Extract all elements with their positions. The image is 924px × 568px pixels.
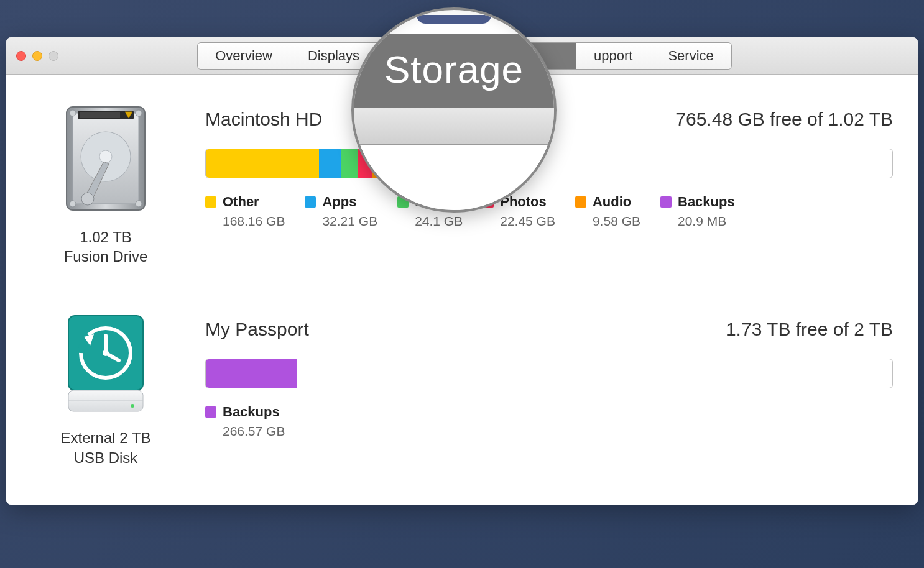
drive-free-text: 765.48 GB free of 1.02 TB: [675, 109, 893, 130]
drive-icon-column: External 2 TB USB Disk: [37, 309, 174, 467]
legend-size: 24.1 GB: [415, 214, 463, 229]
drive-icon-label: External 2 TB USB Disk: [37, 428, 174, 467]
usage-legend-my-passport: Backups266.57 GB: [205, 404, 893, 439]
minimize-button[interactable]: [32, 51, 42, 61]
legend-item-apps: Apps32.21 GB: [305, 194, 377, 229]
close-button[interactable]: [16, 51, 26, 61]
legend-item-backups: Backups20.9 MB: [660, 194, 735, 229]
svg-point-20: [131, 404, 134, 408]
legend-size: 266.57 GB: [223, 424, 285, 439]
magnified-storage-tab: Storage: [354, 34, 554, 108]
svg-point-8: [136, 110, 142, 116]
usage-legend-macintosh-hd: Other168.16 GBApps32.21 GBMovies24.1 GBP…: [205, 194, 893, 229]
svg-point-11: [81, 193, 94, 205]
usage-segment-movies: [341, 149, 357, 178]
usage-segment-backups: [206, 359, 297, 388]
drive-name: Macintosh HD: [205, 109, 322, 130]
legend-swatch: [205, 406, 216, 418]
drive-free-text: 1.73 TB free of 2 TB: [726, 319, 893, 340]
legend-size: 22.45 GB: [500, 214, 555, 229]
usage-segment-other: [206, 149, 319, 178]
drive-name: My Passport: [205, 319, 309, 340]
external-timemachine-icon: [59, 309, 152, 418]
legend-size: 20.9 MB: [678, 214, 735, 229]
legend-size: 168.16 GB: [223, 214, 285, 229]
usage-bar-macintosh-hd: [205, 149, 893, 178]
drive-header: My Passport 1.73 TB free of 2 TB: [205, 319, 893, 340]
legend-item-audio: Audio9.58 GB: [575, 194, 640, 229]
drive-icon-column: 1.02 TB Fusion Drive: [37, 99, 174, 266]
legend-size: 9.58 GB: [593, 214, 640, 229]
drive-info: My Passport 1.73 TB free of 2 TB Backups…: [205, 309, 893, 467]
legend-label: Other: [223, 194, 259, 210]
legend-swatch: [205, 196, 216, 208]
tab-overview[interactable]: Overview: [198, 43, 290, 69]
legend-swatch: [575, 196, 586, 208]
usage-bar-my-passport: [205, 359, 893, 388]
svg-point-9: [70, 201, 76, 207]
drive-row-my-passport: External 2 TB USB Disk My Passport 1.73 …: [37, 309, 893, 467]
legend-swatch: [660, 196, 672, 208]
legend-label: Apps: [322, 194, 356, 210]
legend-label: Backups: [678, 194, 735, 210]
zoom-button[interactable]: [49, 51, 58, 61]
legend-label: Backups: [223, 404, 280, 420]
magnifier-overlay: Storage: [351, 7, 557, 213]
usage-segment-apps: [319, 149, 341, 178]
legend-item-backups: Backups266.57 GB: [205, 404, 285, 439]
legend-swatch: [305, 196, 316, 208]
legend-size: 32.21 GB: [322, 214, 377, 229]
svg-point-6: [99, 150, 112, 163]
svg-rect-3: [80, 112, 120, 118]
tab-support[interactable]: upport: [576, 43, 650, 69]
legend-label: Audio: [593, 194, 631, 210]
tab-service[interactable]: Service: [650, 43, 731, 69]
drive-icon-label: 1.02 TB Fusion Drive: [37, 227, 174, 266]
traffic-lights: [16, 51, 58, 61]
svg-point-17: [103, 350, 109, 356]
svg-point-7: [70, 110, 76, 116]
svg-point-10: [136, 201, 142, 207]
legend-item-other: Other168.16 GB: [205, 194, 285, 229]
about-this-mac-window: Overview Displays upport Service: [6, 37, 918, 505]
internal-hdd-icon: [59, 99, 152, 218]
